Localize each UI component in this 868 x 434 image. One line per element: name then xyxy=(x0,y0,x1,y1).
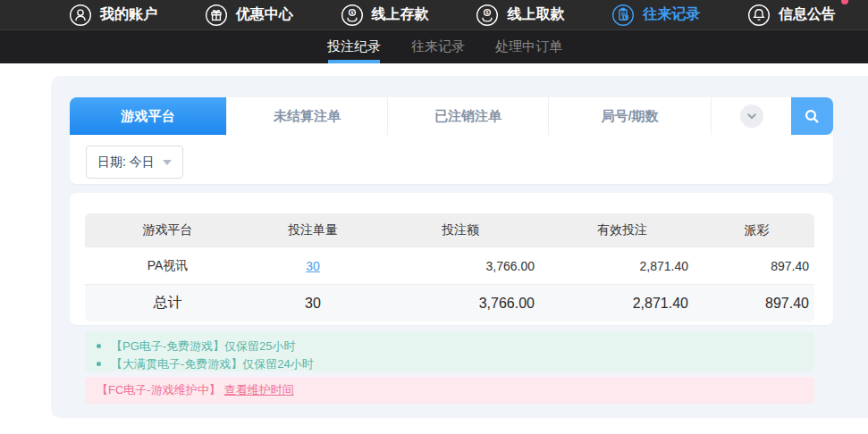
tab-label: 已注销注单 xyxy=(434,108,501,125)
nav-label: 线上存款 xyxy=(372,5,429,24)
subtab-label: 处理中订单 xyxy=(495,38,562,55)
maintenance-time-link[interactable]: 查看维护时间 xyxy=(224,382,294,398)
table-header-row: 游戏平台 投注单量 投注额 有效投注 派彩 xyxy=(85,213,814,247)
betting-records-screen: 我的账户 优惠中心 ¥ 线上存款 $ 线上取款 xyxy=(0,0,868,434)
tab-round-number[interactable]: 局号/期数 xyxy=(548,97,711,135)
tab-label: 局号/期数 xyxy=(601,108,658,125)
subtab-bet-records[interactable]: 投注纪录 xyxy=(325,30,383,63)
maintenance-notice: 【FC电子-游戏维护中】 查看维护时间 xyxy=(85,377,814,404)
cell-bet-count: 30 xyxy=(250,247,375,285)
top-navigation: 我的账户 优惠中心 ¥ 线上存款 $ 线上取款 xyxy=(0,0,868,29)
total-row: 总计 30 3,766.00 2,871.40 897.40 xyxy=(85,285,814,322)
date-filter-row: 日期: 今日 xyxy=(70,135,833,179)
col-header-bet-count: 投注单量 xyxy=(250,213,375,247)
nav-item-transaction-records[interactable]: 往来记录 xyxy=(611,4,700,27)
maintenance-text: 【FC电子-游戏维护中】 xyxy=(97,382,221,398)
total-label: 总计 xyxy=(85,285,250,322)
bell-icon xyxy=(747,4,771,27)
cell-platform: PA视讯 xyxy=(85,247,250,285)
subtab-label: 投注纪录 xyxy=(327,38,381,55)
notice-line: 【大满贯电子-免费游戏】仅保留24小时 xyxy=(97,356,814,371)
svg-text:$: $ xyxy=(486,9,489,14)
nav-label: 信息公告 xyxy=(779,5,836,24)
nav-label: 优惠中心 xyxy=(236,5,293,24)
tab-label: 游戏平台 xyxy=(122,108,175,125)
bullet-dot-icon xyxy=(97,362,101,366)
total-bet-amount: 3,766.00 xyxy=(375,285,545,322)
table-row: PA视讯 30 3,766.00 2,871.40 897.40 xyxy=(85,247,814,285)
nav-item-announcements[interactable]: 信息公告 xyxy=(747,4,836,27)
cell-valid-bets: 2,871.40 xyxy=(545,247,699,285)
subtab-transaction-records[interactable]: 往来记录 xyxy=(409,30,467,63)
notice-line: 【PG电子-免费游戏】仅保留25小时 xyxy=(97,338,814,354)
nav-label: 我的账户 xyxy=(100,5,157,24)
filter-panel: 游戏平台 未结算注单 已注销注单 局号/期数 xyxy=(70,97,833,184)
tab-game-platform[interactable]: 游戏平台 xyxy=(70,97,226,135)
bet-summary-table: 游戏平台 投注单量 投注额 有效投注 派彩 PA视讯 30 3,766.00 xyxy=(85,213,814,321)
bullet-dot-icon xyxy=(97,344,101,348)
tab-unsettled-bets[interactable]: 未结算注单 xyxy=(226,97,387,135)
content-card: 游戏平台 未结算注单 已注销注单 局号/期数 xyxy=(51,76,868,418)
nav-item-my-account[interactable]: 我的账户 xyxy=(69,4,157,27)
deposit-coin-icon: ¥ xyxy=(341,4,364,27)
bet-count-link[interactable]: 30 xyxy=(306,259,320,273)
chevron-down-icon xyxy=(746,110,758,122)
col-header-payout: 派彩 xyxy=(699,213,814,247)
nav-label: 往来记录 xyxy=(643,5,700,24)
notice-text: 【大满贯电子-免费游戏】仅保留24小时 xyxy=(111,356,314,372)
date-select[interactable]: 日期: 今日 xyxy=(86,146,183,179)
total-valid-bets: 2,871.40 xyxy=(545,285,699,322)
subtab-processing-orders[interactable]: 处理中订单 xyxy=(493,30,564,63)
nav-item-promotions[interactable]: 优惠中心 xyxy=(205,4,293,27)
records-clipboard-icon xyxy=(611,4,635,27)
gift-icon xyxy=(205,4,228,27)
nav-item-withdraw[interactable]: $ 线上取款 xyxy=(476,4,564,27)
withdraw-coin-icon: $ xyxy=(476,4,499,27)
total-bet-count: 30 xyxy=(250,285,375,322)
col-header-bet-amount: 投注额 xyxy=(375,213,545,247)
tab-cancelled-bets[interactable]: 已注销注单 xyxy=(387,97,548,135)
nav-label: 线上取款 xyxy=(507,5,564,24)
table-panel: 游戏平台 投注单量 投注额 有效投注 派彩 PA视讯 30 3,766.00 xyxy=(70,193,833,325)
notification-badge-dot xyxy=(841,0,848,4)
nav-item-deposit[interactable]: ¥ 线上存款 xyxy=(341,4,429,27)
cell-payout: 897.40 xyxy=(699,247,814,285)
cell-bet-amount: 3,766.00 xyxy=(375,247,545,285)
search-button[interactable] xyxy=(791,97,833,135)
caret-down-icon xyxy=(163,160,172,165)
col-header-platform: 游戏平台 xyxy=(85,213,250,247)
chevron-circle xyxy=(740,104,763,128)
total-payout: 897.40 xyxy=(699,285,814,322)
col-header-valid-bets: 有效投注 xyxy=(545,213,699,247)
filter-tab-row: 游戏平台 未结算注单 已注销注单 局号/期数 xyxy=(70,97,833,135)
date-select-value: 日期: 今日 xyxy=(97,154,155,171)
tab-label: 未结算注单 xyxy=(274,108,341,125)
filter-dropdown-toggle[interactable] xyxy=(711,97,791,135)
user-icon xyxy=(69,4,92,27)
search-icon xyxy=(802,106,822,127)
notice-text: 【PG电子-免费游戏】仅保留25小时 xyxy=(111,338,296,355)
subtab-label: 往来记录 xyxy=(411,38,465,55)
retention-notice: 【PG电子-免费游戏】仅保留25小时 【大满贯电子-免费游戏】仅保留24小时 xyxy=(85,331,814,371)
records-subnav: 投注纪录 往来记录 处理中订单 xyxy=(0,29,868,63)
